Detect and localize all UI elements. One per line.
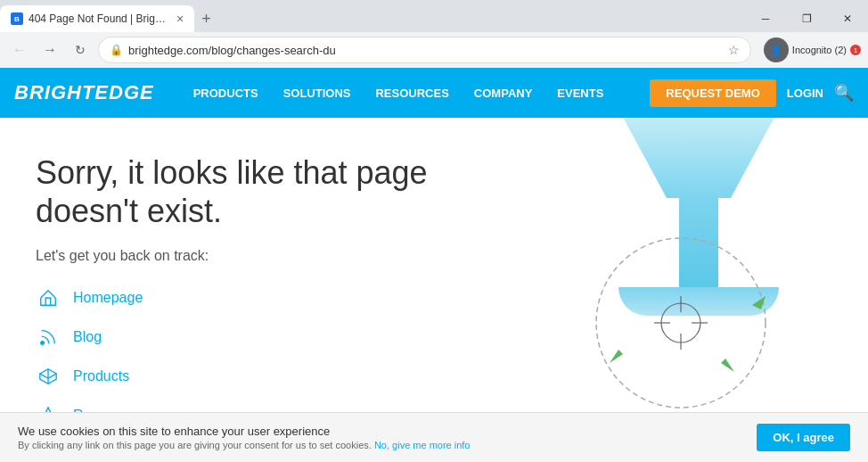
logo[interactable]: BRIGHTEDGE [14, 81, 154, 104]
browser-chrome: B 404 Page Not Found | BrightEdg... × + … [0, 0, 868, 68]
svg-marker-8 [721, 359, 734, 372]
address-bar[interactable]: 🔒 brightedge.com/blog/changes-search-du … [98, 37, 751, 63]
home-svg [38, 288, 58, 308]
cookie-sub-text: By clicking any link on this page you ar… [18, 440, 471, 448]
browser-controls: ← → ↻ 🔒 brightedge.com/blog/changes-sear… [0, 32, 868, 68]
minimize-button[interactable]: ─ [745, 6, 786, 31]
main-content: Sorry, it looks like that page doesn't e… [0, 118, 868, 448]
nav-actions: REQUEST DEMO LOGIN 🔍 [650, 79, 854, 107]
cookie-sub-content: By clicking any link on this page you ar… [18, 440, 372, 448]
products-link[interactable]: Products [73, 368, 129, 384]
rss-icon [36, 325, 61, 350]
rss-svg [38, 327, 58, 347]
svg-marker-9 [610, 350, 623, 363]
request-demo-button[interactable]: REQUEST DEMO [650, 79, 775, 107]
address-text: brightedge.com/blog/changes-search-du [128, 44, 723, 57]
nav-solutions[interactable]: SOLUTIONS [271, 68, 364, 118]
cookie-more-info-link[interactable]: No, give me more info [374, 440, 471, 448]
homepage-link[interactable]: Homepage [73, 290, 143, 306]
incognito-badge: Incognito (2) [792, 45, 847, 55]
cube-svg [38, 367, 58, 386]
tab-favicon: B [11, 12, 23, 25]
search-icon[interactable]: 🔍 [834, 83, 854, 103]
login-button[interactable]: LOGIN [787, 87, 823, 100]
bookmark-icon[interactable]: ☆ [728, 43, 740, 57]
target-svg [556, 225, 806, 421]
lock-icon: 🔒 [110, 44, 123, 56]
refresh-button[interactable]: ↻ [68, 37, 93, 62]
nav-resources[interactable]: RESOURCES [363, 68, 461, 118]
restore-button[interactable]: ❐ [786, 6, 827, 31]
notification-dot: 1 [850, 45, 861, 55]
cookie-main-text: We use cookies on this site to enhance y… [18, 425, 471, 438]
new-tab-button[interactable]: + [194, 10, 218, 29]
cube-icon [36, 364, 61, 389]
navbar: BRIGHTEDGE PRODUCTS SOLUTIONS RESOURCES … [0, 68, 868, 118]
browser-actions: 👤 Incognito (2) 1 [764, 37, 861, 62]
nav-links: PRODUCTS SOLUTIONS RESOURCES COMPANY EVE… [181, 68, 651, 118]
nav-products[interactable]: PRODUCTS [181, 68, 271, 118]
tab-bar: B 404 Page Not Found | BrightEdg... × + … [0, 0, 868, 32]
close-button[interactable]: ✕ [827, 6, 868, 31]
window-controls: ─ ❐ ✕ [745, 6, 868, 31]
heading-line2: doesn't exist. [36, 193, 222, 229]
nav-events[interactable]: EVENTS [545, 68, 616, 118]
svg-point-0 [41, 342, 45, 345]
tab-close-button[interactable]: × [176, 12, 184, 26]
error-heading: Sorry, it looks like that page doesn't e… [36, 153, 437, 230]
profile-button[interactable]: 👤 [764, 37, 789, 62]
tab-title: 404 Page Not Found | BrightEdg... [29, 12, 171, 25]
cookie-text-block: We use cookies on this site to enhance y… [18, 425, 471, 448]
nav-company[interactable]: COMPANY [462, 68, 545, 118]
blog-link[interactable]: Blog [73, 329, 102, 345]
cookie-accept-button[interactable]: OK, I agree [757, 424, 850, 448]
back-button[interactable]: ← [7, 37, 32, 62]
cookie-banner: We use cookies on this site to enhance y… [0, 412, 868, 448]
svg-point-1 [596, 238, 766, 408]
funnel-top [618, 118, 779, 198]
illustration [529, 118, 868, 448]
heading-line1: Sorry, it looks like that page [36, 154, 428, 191]
active-tab[interactable]: B 404 Page Not Found | BrightEdg... × [0, 5, 194, 32]
home-icon [36, 285, 61, 310]
forward-button[interactable]: → [37, 37, 62, 62]
